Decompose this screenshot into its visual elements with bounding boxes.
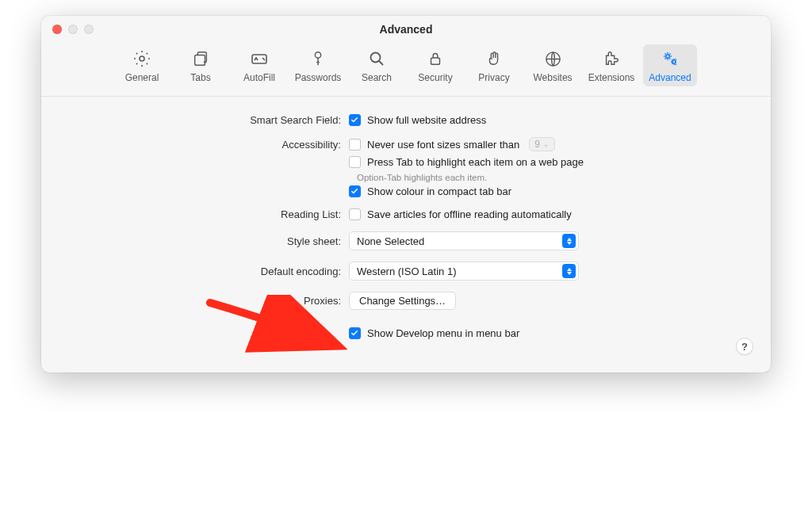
tab-passwords[interactable]: Passwords — [291, 44, 345, 86]
globe-icon — [542, 48, 563, 69]
tab-websites[interactable]: Websites — [526, 44, 580, 86]
tab-security[interactable]: Security — [408, 44, 462, 86]
tab-label: Websites — [533, 72, 572, 83]
window-controls — [52, 25, 94, 34]
window-title: Advanced — [380, 23, 433, 36]
svg-point-0 — [140, 56, 144, 61]
tab-label: Extensions — [588, 72, 635, 83]
save-offline-text: Save articles for offline reading automa… — [367, 208, 572, 220]
default-encoding-select[interactable]: Western (ISO Latin 1) — [349, 262, 579, 281]
puzzle-icon — [601, 48, 622, 69]
svg-point-3 — [315, 52, 320, 58]
tab-extensions[interactable]: Extensions — [584, 44, 638, 86]
tab-label: Search — [362, 72, 392, 83]
zoom-window-button[interactable] — [84, 25, 94, 34]
style-sheet-label: Style sheet: — [73, 235, 349, 247]
show-full-address-checkbox[interactable] — [349, 114, 361, 126]
show-full-address-text: Show full website address — [367, 114, 486, 126]
tab-label: Passwords — [295, 72, 342, 83]
show-colour-text: Show colour in compact tab bar — [367, 185, 511, 197]
show-colour-checkbox[interactable] — [349, 185, 361, 197]
svg-point-7 — [666, 55, 670, 59]
autofill-icon — [249, 48, 270, 69]
hand-icon — [484, 48, 504, 69]
tab-autofill[interactable]: AutoFill — [232, 44, 286, 86]
reading-list-label: Reading List: — [73, 208, 349, 220]
chevron-down-icon: ⌄ — [543, 140, 550, 148]
default-encoding-value: Western (ISO Latin 1) — [357, 265, 456, 277]
tab-label: General — [125, 72, 159, 83]
tab-label: Advanced — [649, 72, 691, 83]
tab-tabs[interactable]: Tabs — [174, 44, 228, 86]
proxies-label: Proxies: — [73, 295, 349, 307]
save-offline-checkbox[interactable] — [349, 208, 361, 220]
accessibility-label: Accessibility: — [73, 139, 349, 151]
tab-label: Privacy — [478, 72, 509, 83]
svg-point-4 — [371, 53, 381, 63]
tabs-icon — [190, 48, 211, 69]
select-arrows-icon — [562, 234, 576, 248]
never-smaller-checkbox[interactable] — [349, 139, 361, 151]
svg-point-8 — [672, 60, 676, 63]
style-sheet-value: None Selected — [357, 235, 424, 247]
show-develop-menu-checkbox[interactable] — [349, 327, 361, 339]
press-tab-text: Press Tab to highlight each item on a we… — [367, 156, 584, 168]
close-window-button[interactable] — [52, 25, 62, 34]
tab-privacy[interactable]: Privacy — [467, 44, 521, 86]
style-sheet-select[interactable]: None Selected — [349, 231, 579, 250]
tab-label: Security — [418, 72, 452, 83]
minimize-window-button[interactable] — [68, 25, 78, 34]
smart-search-label: Smart Search Field: — [73, 114, 349, 126]
show-develop-menu-text: Show Develop menu in menu bar — [367, 327, 519, 339]
key-icon — [308, 48, 328, 69]
preferences-toolbar: General Tabs AutoFill Passwords Search — [41, 36, 771, 97]
option-tab-hint: Option-Tab highlights each item. — [357, 173, 739, 182]
tab-advanced[interactable]: Advanced — [643, 44, 697, 86]
select-arrows-icon — [562, 264, 576, 278]
preferences-window: Advanced General Tabs AutoFill Passwords — [41, 16, 771, 372]
default-encoding-label: Default encoding: — [73, 265, 349, 277]
search-icon — [366, 48, 387, 69]
min-font-size-select[interactable]: 9 ⌄ — [529, 137, 555, 151]
never-smaller-text: Never use font sizes smaller than — [367, 139, 519, 151]
gears-icon — [660, 48, 680, 69]
help-button[interactable]: ? — [736, 338, 753, 355]
advanced-pane: Smart Search Field: Show full website ad… — [41, 97, 771, 372]
change-settings-button[interactable]: Change Settings… — [349, 292, 456, 310]
tab-label: AutoFill — [243, 72, 275, 83]
min-font-size-value: 9 — [534, 139, 540, 150]
tab-search[interactable]: Search — [350, 44, 404, 86]
svg-rect-1 — [195, 55, 205, 65]
tab-general[interactable]: General — [115, 44, 169, 86]
tab-label: Tabs — [190, 72, 210, 83]
press-tab-checkbox[interactable] — [349, 156, 361, 168]
lock-icon — [425, 48, 446, 69]
gear-icon — [132, 48, 152, 69]
titlebar: Advanced — [41, 16, 771, 36]
svg-rect-5 — [431, 58, 440, 64]
